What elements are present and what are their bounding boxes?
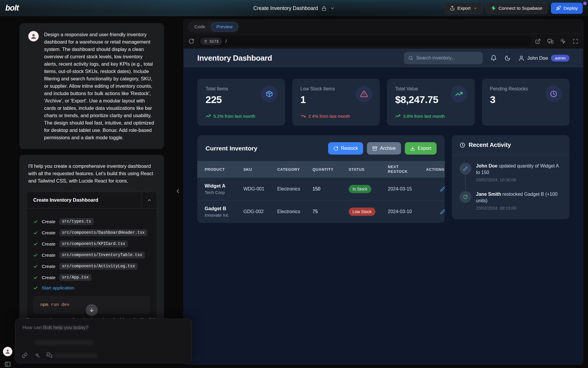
activity-item: John Doe updated quantity of Widget A to… [460,163,562,182]
check-icon [33,242,38,246]
product-name: Gadget B [205,206,241,211]
reload-icon[interactable] [188,38,194,44]
supplier-name: Tech Corp [205,190,241,195]
file-chip[interactable]: src/components/KPICard.tsx [59,241,128,247]
dark-mode-toggle-moon-icon[interactable] [505,55,511,61]
chevron-down-icon [330,6,335,11]
kpi-card-pending-restocks: Pending Restocks 3 [482,79,570,126]
column-header: Next Restock [388,162,413,177]
edit-pencil-icon[interactable] [426,209,445,214]
app-content: Total Items 225 5.2% from last month [184,67,583,364]
activity-timestamp: 20/02/2024, 09:15:00 [476,206,562,210]
export-label: Export [418,146,431,151]
check-icon [33,231,38,235]
restock-button[interactable]: Restock [328,142,363,155]
file-chip[interactable]: src/components/ActivityLog.tsx [59,263,138,270]
quantity-cell[interactable]: 150 [313,186,349,192]
table-row: Widget A Tech Corp WDG-001 Electronics 1… [197,178,445,200]
port-badge[interactable]: 5173 [200,38,222,45]
download-icon [410,146,415,151]
step-action: Create [42,230,56,236]
scroll-to-bottom-button[interactable] [86,304,98,316]
app-header-actions: John Doe admin [404,52,569,64]
kpi-card-total-value: Total Value $8,247.75 3.8% from last mon… [387,79,475,126]
inspect-element-icon[interactable] [560,38,566,44]
inventory-search[interactable] [404,52,483,64]
trending-down-icon [300,113,306,119]
activity-header: Recent Activity [452,135,569,155]
topbar: bolt Create Inventory Dashboard Export [0,0,588,16]
main-grid: Current Inventory Restock [197,135,569,223]
export-csv-button[interactable]: Export [405,142,437,155]
tab-preview[interactable]: Preview [211,22,238,32]
chat-input-box[interactable] [15,319,192,363]
lock-icon [321,6,326,11]
edit-pencil-icon[interactable] [426,186,445,192]
clock-icon [550,90,557,98]
package-icon [265,90,273,98]
task-step: Create src/components/DashboardHeader.ts… [33,229,150,236]
trending-up-icon [206,113,211,119]
task-card-body: Create src/types.ts Create src/component… [27,208,157,320]
user-icon [518,55,524,61]
task-step: Create src/components/KPICard.tsx [33,241,150,247]
account-avatar[interactable] [3,347,12,356]
collapse-chat-chevron-icon[interactable] [175,188,181,195]
file-chip[interactable]: src/components/InventoryTable.tsx [59,252,145,258]
archive-icon [372,146,377,151]
chat-bubbles-icon[interactable] [46,352,52,358]
preview-tools [535,38,578,44]
next-restock-cell: 2024-03-10 [388,209,426,214]
task-step: Create src/components/InventoryTable.tsx [33,252,150,258]
start-application-step: Start application [33,285,150,291]
current-inventory-card: Current Inventory Restock [197,135,445,223]
redacted-content [54,354,98,358]
project-title-menu[interactable]: Create Inventory Dashboard [253,0,335,16]
next-restock-cell: 2024-03-15 [388,186,426,192]
responsive-devices-icon[interactable] [547,38,553,44]
file-chip[interactable]: src/components/DashboardHeader.tsx [59,229,148,236]
kpi-trend-text: 3.8% from last month [403,114,445,119]
tab-code[interactable]: Code [189,22,211,32]
url-input[interactable]: 5173 / [198,36,531,47]
product-name: Widget A [205,183,241,189]
chat-input-toolbar [22,352,52,358]
column-header: SKU [243,164,277,175]
fullscreen-icon[interactable] [573,39,578,44]
check-icon [33,253,38,258]
kpi-card-low-stock: Low Stock Items 1 2.4% from last month [292,79,380,126]
step-action: Create [42,253,56,258]
sidebar-toggle-icon[interactable] [4,361,11,367]
file-chip[interactable]: src/types.ts [59,218,94,225]
collapse-task-card-button[interactable] [141,192,157,208]
activity-timeline: John Doe updated quantity of Widget A to… [452,155,569,219]
search-input[interactable] [416,55,479,61]
link-icon[interactable] [22,352,28,358]
sparkles-icon[interactable] [34,352,40,358]
command-bin: npm [40,302,48,307]
redacted-content [35,340,93,345]
refresh-icon [333,146,338,151]
kpi-trend-text: 2.4% from last month [308,114,350,119]
start-application-link[interactable]: Start application [42,285,74,291]
export-button[interactable]: Export [445,3,482,14]
chat-panel: Design a responsive and user-friendly in… [19,23,164,329]
deploy-button[interactable]: Deploy [551,3,583,14]
quantity-cell[interactable]: 75 [313,209,349,214]
user-menu[interactable]: John Doe admin [518,55,569,62]
open-external-icon[interactable] [535,39,541,44]
preview-url-bar: 5173 / [184,34,583,49]
redacted-content [41,325,88,330]
alert-triangle-icon [360,90,368,98]
share-icon [450,6,455,11]
file-chip[interactable]: src/App.tsx [59,274,91,281]
connect-supabase-button[interactable]: Connect to Supabase [486,3,547,14]
activity-timestamp: 20/02/2024, 10:30:00 [476,178,562,182]
task-step: Create src/components/ActivityLog.tsx [33,263,150,270]
bolt-logo[interactable]: bolt [5,4,19,13]
status-badge: In Stock [349,185,371,193]
bell-icon[interactable] [490,55,497,61]
archive-button[interactable]: Archive [367,142,401,155]
rocket-icon [556,6,561,11]
edit-icon [463,166,468,171]
